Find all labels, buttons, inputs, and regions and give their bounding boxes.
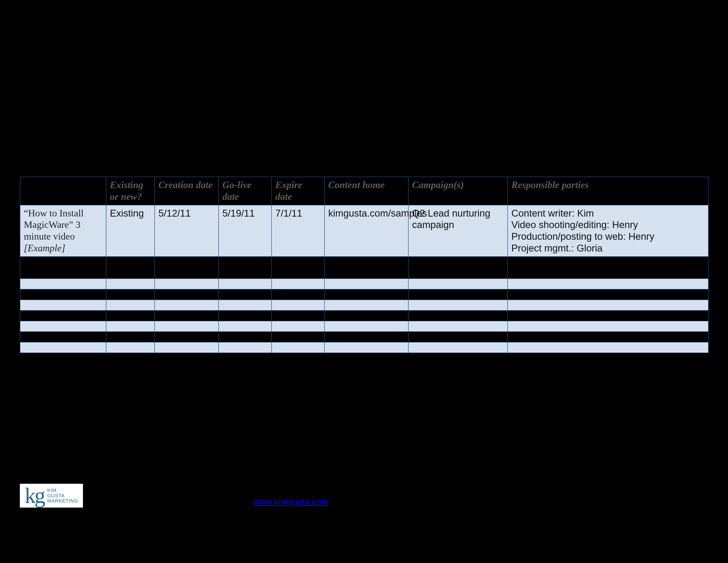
cell-empty	[219, 278, 272, 289]
cell-empty	[508, 321, 708, 332]
cell-empty	[408, 300, 508, 311]
cell-empty	[106, 278, 155, 289]
cell-empty	[325, 300, 408, 311]
table-row-empty	[20, 289, 708, 300]
page-title: Editorial Calendar for [Company Name]	[20, 26, 327, 47]
footer: ©2012 Kim Gusta Marketing kg KIM GUSTA M…	[20, 468, 708, 508]
about-link[interactable]: www.kimgusta.com	[253, 497, 328, 507]
cell-empty	[325, 321, 408, 332]
col-header-golive: Go-live date	[219, 177, 272, 205]
cell-empty	[219, 256, 272, 278]
cell-empty	[106, 311, 155, 321]
cell-empty	[155, 311, 219, 321]
logo: kg KIM GUSTA MARKETING	[20, 484, 83, 508]
cell-empty	[325, 311, 408, 321]
cell-empty	[508, 300, 708, 311]
cell-empty	[106, 289, 155, 300]
page: Editorial Calendar for [Company Name] [M…	[0, 0, 728, 563]
cell-home: kimgusta.com/samples	[325, 205, 408, 256]
table-header-row: Existing or new? Creation date Go-live d…	[20, 177, 708, 205]
cell-empty	[20, 311, 106, 321]
cell-empty	[408, 342, 508, 353]
logo-text: KIM GUSTA MARKETING	[47, 488, 78, 504]
cell-empty	[272, 311, 325, 321]
table-row-empty	[20, 332, 708, 342]
logo-mark: kg	[25, 487, 44, 505]
logo-text-line: GUSTA	[47, 493, 65, 498]
cell-empty	[106, 256, 155, 278]
cell-empty	[20, 342, 106, 353]
cell-empty	[272, 278, 325, 289]
about-pre: Kim Gusta is a content marketing expert …	[92, 485, 703, 507]
cell-empty	[508, 342, 708, 353]
intro-paragraph-1: Use this spreadsheet to map out what con…	[20, 95, 708, 120]
cell-empty	[219, 342, 272, 353]
col-header-campaign: Campaign(s)	[408, 177, 508, 205]
cell-empty	[20, 278, 106, 289]
table-row-empty	[20, 278, 708, 289]
cell-empty	[272, 289, 325, 300]
cell-empty	[155, 332, 219, 342]
page-subtitle: [Month name]	[20, 52, 327, 66]
cell-expire: 7/1/11	[272, 205, 325, 256]
table-row-empty	[20, 342, 708, 353]
cell-empty	[325, 256, 408, 278]
cell-content-title: “How to Install MagicWare” 3 minute vide…	[20, 205, 106, 256]
cell-empty	[155, 300, 219, 311]
cell-empty	[508, 332, 708, 342]
logo-text-line: MARKETING	[47, 498, 78, 504]
cell-empty	[219, 332, 272, 342]
content-example-tag: [Example]	[24, 242, 65, 253]
col-header-creation: Creation date	[155, 177, 219, 205]
cell-empty	[106, 332, 155, 342]
cell-empty	[325, 342, 408, 353]
cell-campaign: Q2 Lead nurturing campaign	[408, 205, 508, 256]
cell-empty	[325, 289, 408, 300]
editorial-table: Existing or new? Creation date Go-live d…	[20, 177, 709, 353]
responsible-line: Production/posting to web: Henry	[511, 231, 654, 242]
cell-empty	[325, 278, 408, 289]
cell-empty	[508, 289, 708, 300]
table-row-empty	[20, 256, 708, 278]
cell-empty	[155, 278, 219, 289]
cell-empty	[155, 342, 219, 353]
intro-text: Use this spreadsheet to map out what con…	[20, 95, 708, 158]
cell-empty	[155, 321, 219, 332]
col-header-responsible: Responsible parties	[508, 177, 708, 205]
editorial-table-wrap: Existing or new? Creation date Go-live d…	[20, 177, 708, 353]
cell-empty	[408, 289, 508, 300]
cell-creation: 5/12/11	[155, 205, 219, 256]
cell-empty	[408, 332, 508, 342]
cell-empty	[272, 332, 325, 342]
cell-empty	[508, 256, 708, 278]
table-row-example: “How to Install MagicWare” 3 minute vide…	[20, 205, 708, 256]
cell-empty	[325, 332, 408, 342]
title-block: Editorial Calendar for [Company Name] [M…	[20, 26, 327, 66]
cell-empty	[20, 332, 106, 342]
cell-empty	[508, 311, 708, 321]
cell-empty	[408, 256, 508, 278]
logo-text-line: KIM	[47, 488, 56, 493]
cell-empty	[155, 256, 219, 278]
cell-empty	[408, 278, 508, 289]
cell-empty	[219, 289, 272, 300]
cell-empty	[508, 278, 708, 289]
cell-empty	[219, 300, 272, 311]
col-header-home: Content home	[325, 177, 408, 205]
responsible-line: Content writer: Kim	[511, 208, 594, 218]
col-header-existing: Existing or new?	[106, 177, 155, 205]
cell-empty	[20, 321, 106, 332]
intro-paragraph-2: Working backwards from when you want the…	[20, 126, 708, 151]
cell-empty	[219, 321, 272, 332]
table-row-empty	[20, 300, 708, 311]
cell-empty	[155, 289, 219, 300]
footer-row: kg KIM GUSTA MARKETING Kim Gusta is a co…	[20, 484, 708, 508]
cell-empty	[408, 311, 508, 321]
cell-empty	[272, 321, 325, 332]
col-header-expire: Expire date	[272, 177, 325, 205]
cell-responsible: Content writer: Kim Video shooting/editi…	[508, 205, 708, 256]
cell-existing: Existing	[106, 205, 155, 256]
cell-empty	[408, 321, 508, 332]
copyright-text: ©2012 Kim Gusta Marketing	[20, 468, 708, 478]
about-text: Kim Gusta is a content marketing expert …	[92, 484, 708, 508]
